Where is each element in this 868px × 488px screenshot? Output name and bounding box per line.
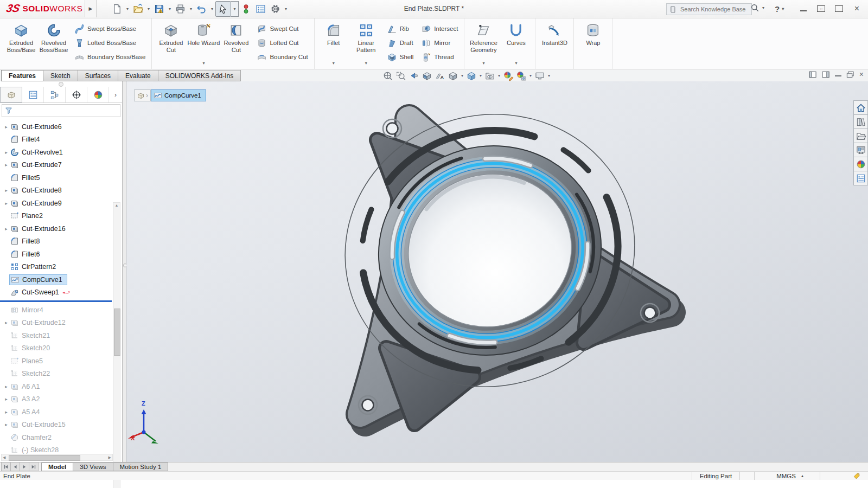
zoom-to-area-button[interactable] xyxy=(395,70,406,81)
thread-button[interactable]: Thread xyxy=(418,50,461,64)
tab-solidworks-add-ins[interactable]: SOLIDWORKS Add-Ins xyxy=(158,70,241,81)
fillet-dropdown[interactable]: ▾ xyxy=(333,61,335,66)
linear-pattern-dropdown[interactable]: ▾ xyxy=(365,61,367,66)
wrap-button[interactable]: Wrap xyxy=(577,20,609,67)
draft-button[interactable]: Draft xyxy=(384,36,417,50)
close-document-icon[interactable]: × xyxy=(859,70,864,78)
view-orientation-button[interactable] xyxy=(448,70,458,81)
reference-geometry-button[interactable]: Reference Geometry▾ xyxy=(467,20,500,67)
expand-icon-cut-extrude6[interactable]: ▸ xyxy=(2,124,10,130)
previous-view-button[interactable] xyxy=(409,70,419,81)
expand-icon-a3-a2[interactable]: ▸ xyxy=(2,396,10,402)
tree-item-fillet6[interactable]: Fillet6 xyxy=(0,248,122,261)
expand-icon-cut-extrude8[interactable]: ▸ xyxy=(2,188,10,193)
design-library-tab[interactable] xyxy=(853,114,868,129)
tree-item-compcurve1[interactable]: CompCurve1 xyxy=(0,273,122,286)
display-style-button[interactable] xyxy=(466,70,477,81)
dynamic-annotation-views-button[interactable] xyxy=(435,70,445,81)
extruded-boss-base-button[interactable]: Extruded Boss/Base xyxy=(5,20,37,67)
shell-button[interactable]: Shell xyxy=(384,50,417,64)
design-tree-tab[interactable] xyxy=(0,87,22,102)
hole-wizard-button[interactable]: Hole Wizard▾ xyxy=(187,20,220,67)
boundary-boss-base-button[interactable]: Boundary Boss/Base xyxy=(71,50,149,64)
tree-filter-field[interactable] xyxy=(2,104,120,117)
open-document-button[interactable] xyxy=(131,2,145,16)
configuration-manager-tab[interactable] xyxy=(44,87,66,102)
close-button[interactable]: × xyxy=(848,0,866,17)
home-tab[interactable] xyxy=(853,100,868,115)
breadcrumb-selected-feature[interactable]: CompCurve1 xyxy=(151,89,206,101)
minimize-document-icon[interactable] xyxy=(835,75,841,76)
horizontal-scroll-thumb[interactable] xyxy=(9,455,80,461)
zoom-to-fit-button[interactable] xyxy=(382,70,393,81)
open-document-dropdown[interactable]: ▾ xyxy=(145,7,152,11)
help-button[interactable]: ? ▾ xyxy=(775,0,786,18)
breadcrumb-part-button[interactable]: › xyxy=(134,89,151,101)
lofted-cut-button[interactable]: Lofted Cut xyxy=(253,36,311,50)
minimize-button[interactable] xyxy=(794,0,812,17)
expand-icon-a6-a1[interactable]: ▸ xyxy=(2,384,10,389)
view-settings-button[interactable] xyxy=(534,70,545,81)
tree-item-sketch22[interactable]: Sketch22 xyxy=(0,368,122,381)
tree-item-cut-extrude8[interactable]: ▸Cut-Extrude8 xyxy=(0,184,122,197)
save-document-button[interactable] xyxy=(152,2,167,16)
print-document-button[interactable] xyxy=(173,2,188,16)
fillet-button[interactable]: Fillet▾ xyxy=(317,20,350,67)
property-manager-tab[interactable] xyxy=(22,87,44,102)
selection-status-lights-button[interactable] xyxy=(239,2,253,16)
save-document-dropdown[interactable]: ▾ xyxy=(167,7,173,11)
tree-item-a6-a1[interactable]: ▸A6 A1 xyxy=(0,380,122,393)
tree-item-a5-a4[interactable]: ▸A5 A4 xyxy=(0,406,122,419)
section-view-button[interactable] xyxy=(422,70,432,81)
tab-surfaces[interactable]: Surfaces xyxy=(78,70,118,81)
search-dropdown[interactable]: ▾ xyxy=(760,5,767,10)
expand-icon-cut-revolve1[interactable]: ▸ xyxy=(2,150,10,155)
first-tab-button[interactable] xyxy=(1,462,11,471)
hole-wizard-dropdown[interactable]: ▾ xyxy=(202,61,205,66)
view-palette-tab[interactable] xyxy=(853,143,868,157)
search-button[interactable]: ▾ xyxy=(750,3,767,13)
end-plate-model[interactable] xyxy=(126,81,868,462)
instant3d-button[interactable]: Instant3D xyxy=(538,20,571,67)
tree-item-cut-extrude7[interactable]: ▸Cut-Extrude7 xyxy=(0,159,122,172)
reference-geometry-dropdown[interactable]: ▾ xyxy=(482,61,484,66)
extruded-cut-button[interactable]: Extruded Cut xyxy=(155,20,187,67)
help-dropdown[interactable]: ▾ xyxy=(780,7,786,11)
swept-cut-button[interactable]: Swept Cut xyxy=(253,22,311,36)
rib-button[interactable]: Rib xyxy=(384,22,417,36)
rollback-bar[interactable] xyxy=(0,300,112,302)
tree-item-cirpattern2[interactable]: CirPattern2 xyxy=(0,261,122,274)
tab-evaluate[interactable]: Evaluate xyxy=(118,70,158,81)
tree-vertical-scrollbar[interactable]: ▲ ▼ xyxy=(113,202,120,488)
dimxpert-manager-tab[interactable] xyxy=(66,87,87,102)
search-input[interactable] xyxy=(679,5,749,13)
tree-item-sketch20[interactable]: Sketch20 xyxy=(0,342,122,355)
tree-item-fillet5[interactable]: Fillet5 xyxy=(0,171,122,184)
status-units[interactable]: MMGS xyxy=(755,473,801,479)
tab-sketch[interactable]: Sketch xyxy=(43,70,78,81)
curves-button[interactable]: Curves▾ xyxy=(500,20,532,67)
expand-icon-cut-extrude16[interactable]: ▸ xyxy=(2,226,10,232)
expand-icon-cut-extrude9[interactable]: ▸ xyxy=(2,201,10,206)
expand-icon-a5-a4[interactable]: ▸ xyxy=(2,409,10,415)
apply-scene-dropdown[interactable]: ▾ xyxy=(529,73,532,78)
revolved-boss-base-button[interactable]: Revolved Boss/Base xyxy=(37,20,70,67)
expand-icon-cut-extrude7[interactable]: ▸ xyxy=(2,162,10,168)
pane-right-icon[interactable] xyxy=(822,71,830,78)
boundary-cut-button[interactable]: Boundary Cut xyxy=(253,50,311,64)
linear-pattern-button[interactable]: Linear Pattern▾ xyxy=(350,20,382,67)
knowledge-base-search[interactable] xyxy=(666,3,752,15)
restore-document-icon[interactable] xyxy=(846,71,854,78)
view-settings-dropdown[interactable]: ▾ xyxy=(548,73,550,78)
doc-tab-motion-study-1[interactable]: Motion Study 1 xyxy=(113,463,169,471)
revolved-cut-button[interactable]: Revolved Cut xyxy=(220,20,252,67)
last-tab-button[interactable] xyxy=(29,462,39,471)
vertical-scroll-thumb[interactable] xyxy=(114,309,120,356)
apply-scene-button[interactable] xyxy=(516,70,527,81)
tree-item-cut-extrude12[interactable]: ▸Cut-Extrude12 xyxy=(0,317,122,330)
expand-icon-cut-extrude15[interactable]: ▸ xyxy=(2,422,10,427)
print-document-dropdown[interactable]: ▾ xyxy=(188,7,194,11)
tree-item-cut-extrude15[interactable]: ▸Cut-Extrude15 xyxy=(0,419,122,432)
maximize-button[interactable] xyxy=(830,0,848,17)
tree-item-plane2[interactable]: Plane2 xyxy=(0,210,122,223)
